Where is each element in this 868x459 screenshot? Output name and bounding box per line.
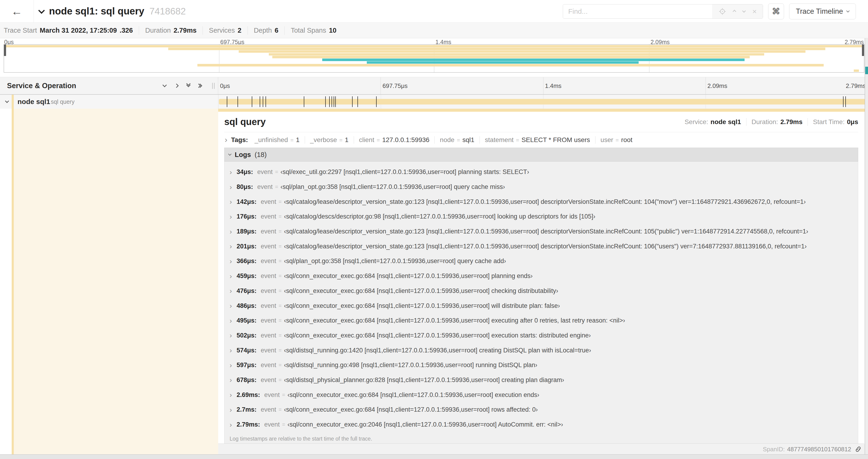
log-row[interactable]: ›201μs:event=‹sql/catalog/lease/descript… <box>224 239 858 254</box>
log-row[interactable]: ›495μs:event=‹sql/conn_executor_exec.go:… <box>224 313 858 328</box>
collapse-one-icon[interactable] <box>163 84 166 87</box>
chevron-down-icon <box>38 7 45 14</box>
find-input[interactable] <box>563 4 712 19</box>
equals-sign: = <box>279 347 282 354</box>
tag-value: 1 <box>345 136 349 144</box>
span-detail-card: sql query Service:node sql1 Duration:2.7… <box>218 112 864 444</box>
scrollbar-thumb[interactable] <box>865 67 868 74</box>
chevron-down-icon <box>846 9 849 12</box>
minimap-left-scrubber[interactable] <box>4 44 6 56</box>
locate-icon[interactable] <box>719 8 726 15</box>
meta-service: Service:node sql1 <box>679 118 746 126</box>
log-field-key: event <box>265 391 280 399</box>
find-controls: × <box>712 4 763 19</box>
chevron-right-icon: › <box>229 257 237 265</box>
minimap-span-bar <box>272 56 750 58</box>
span-expander-chevron-icon[interactable] <box>5 99 9 103</box>
log-field-key: event <box>265 421 280 428</box>
tick-label: 697.75μs <box>382 82 408 89</box>
log-field-key: event <box>261 258 276 265</box>
log-row[interactable]: ›2.79ms:event=‹sql/conn_executor_exec.go… <box>224 417 858 432</box>
log-row[interactable]: ›574μs:event=‹sql/distsql_running.go:142… <box>224 343 858 358</box>
logs-accordion-header[interactable]: Logs (18) <box>224 147 858 162</box>
log-row[interactable]: ›142μs:event=‹sql/catalog/lease/descript… <box>224 194 858 209</box>
back-button[interactable]: ← <box>0 0 34 22</box>
equals-sign: = <box>279 243 282 250</box>
log-marker-tick <box>304 96 304 107</box>
timeline-ticks-header: 0μs 697.75μs 1.4ms 2.09ms 2.79ms <box>218 77 868 94</box>
scrollbar-track[interactable] <box>865 38 868 454</box>
tick-label: 2.79ms <box>846 82 866 89</box>
span-row[interactable]: node sql1 sql query <box>0 95 868 109</box>
minimap-span-bar <box>197 64 824 66</box>
log-row[interactable]: ›189μs:event=‹sql/catalog/lease/descript… <box>224 224 858 239</box>
log-row[interactable]: ›459μs:event=‹sql/conn_executor_exec.go:… <box>224 269 858 284</box>
trace-title-group[interactable]: node sql1: sql query 7418682 <box>39 0 186 22</box>
tag-key: _verbose <box>310 136 337 144</box>
log-timestamp: 459μs: <box>237 272 257 280</box>
tick-label: 1.4ms <box>545 82 562 89</box>
tag-item[interactable]: statement=SELECT * FROM users <box>480 136 595 144</box>
log-marker-tick <box>260 96 260 107</box>
deep-link-icon[interactable] <box>855 446 862 453</box>
tag-item[interactable]: client=127.0.0.1:59936 <box>354 136 435 144</box>
log-row[interactable]: ›502μs:event=‹sql/conn_executor_exec.go:… <box>224 328 858 343</box>
span-name-column[interactable]: node sql1 sql query <box>0 95 218 109</box>
minimap-canvas[interactable] <box>4 44 864 72</box>
log-marker-tick <box>352 96 352 107</box>
tag-item[interactable]: _unfinished=1 <box>249 136 305 144</box>
equals-sign: = <box>279 273 282 279</box>
log-row[interactable]: ›678μs:event=‹sql/distsql_physical_plann… <box>224 373 858 388</box>
tags-label: Tags: <box>231 136 248 144</box>
log-row[interactable]: ›176μs:event=‹sql/catalog/descs/descript… <box>224 209 858 224</box>
log-field-value: ‹sql/catalog/lease/descriptor_version_st… <box>284 243 807 250</box>
tick-label: 0μs <box>220 82 230 89</box>
tag-item[interactable]: user=root <box>595 136 638 144</box>
log-timestamp: 2.7ms: <box>237 406 257 413</box>
tag-item[interactable]: node=sql1 <box>435 136 480 144</box>
log-timestamp: 574μs: <box>237 347 257 354</box>
next-result-icon[interactable] <box>742 9 746 12</box>
expand-one-icon[interactable] <box>175 84 178 87</box>
log-field-key: event <box>261 376 276 384</box>
chevron-right-icon: › <box>229 198 237 206</box>
keyboard-shortcuts-button[interactable]: ⌘ <box>768 3 784 19</box>
find-group: × <box>563 4 763 19</box>
chevron-right-icon: › <box>229 228 237 236</box>
spanid-value: 4877749850101760812 <box>787 446 851 453</box>
log-row[interactable]: ›2.69ms:event=‹sql/conn_executor_exec.go… <box>224 387 858 402</box>
prev-result-icon[interactable] <box>733 9 736 13</box>
log-row[interactable]: ›80μs:event=‹sql/plan_opt.go:358 [nsql1,… <box>224 179 858 195</box>
collapse-all-icon[interactable] <box>187 85 190 87</box>
page-title: node sql1: sql query <box>49 6 144 17</box>
log-field-value: ‹sql/conn_executor_exec.go:684 [nsql1,cl… <box>284 272 533 280</box>
log-row[interactable]: ›597μs:event=‹sql/distsql_running.go:498… <box>224 358 858 373</box>
span-timeline-column[interactable] <box>218 95 868 109</box>
meta-start-time: Start Time:0μs <box>808 118 858 126</box>
tag-value: SELECT * FROM users <box>522 136 590 144</box>
log-row[interactable]: ›366μs:event=‹sql/plan_opt.go:358 [nsql1… <box>224 254 858 269</box>
expand-all-icon[interactable] <box>199 84 202 87</box>
log-field-key: event <box>261 198 276 205</box>
minimap-right-scrubber[interactable] <box>862 44 864 56</box>
chevron-right-icon: › <box>229 168 237 176</box>
tags-accordion[interactable]: › Tags: _unfinished=1_verbose=1client=12… <box>224 132 858 147</box>
log-row[interactable]: ›476μs:event=‹sql/conn_executor_exec.go:… <box>224 284 858 299</box>
log-field-key: event <box>261 317 276 324</box>
log-row[interactable]: ›486μs:event=‹sql/conn_executor_exec.go:… <box>224 298 858 313</box>
log-row[interactable]: ›34μs:event=‹sql/exec_util.go:2297 [nsql… <box>224 165 858 179</box>
clear-search-icon[interactable]: × <box>752 8 757 15</box>
chevron-right-icon: › <box>229 213 237 221</box>
view-selector-button[interactable]: Trace Timeline <box>789 3 856 19</box>
span-duration-bar[interactable] <box>219 99 866 104</box>
log-timestamp: 495μs: <box>237 317 257 324</box>
equals-sign: = <box>279 377 282 383</box>
column-resizer-grip[interactable] <box>212 83 215 89</box>
toolbar: × ⌘ Trace Timeline <box>563 3 856 19</box>
logs-list: ›34μs:event=‹sql/exec_util.go:2297 [nsql… <box>224 162 858 444</box>
tag-key: node <box>440 136 454 144</box>
log-row[interactable]: ›2.7ms:event=‹sql/conn_executor_exec.go:… <box>224 402 858 417</box>
equals-sign: = <box>290 137 293 143</box>
equals-sign: = <box>516 137 519 143</box>
tag-item[interactable]: _verbose=1 <box>305 136 354 144</box>
